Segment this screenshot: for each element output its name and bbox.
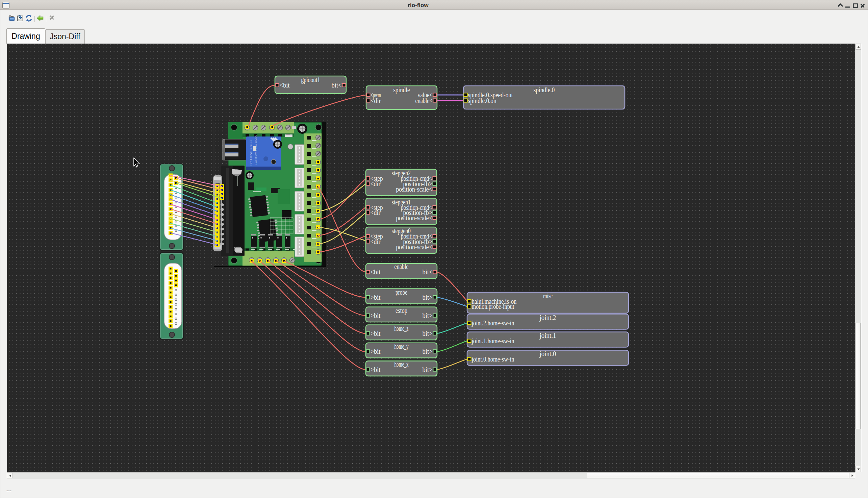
- svg-text:spindle.0.on: spindle.0.on: [468, 96, 496, 105]
- svg-text:position-scale<: position-scale<: [396, 243, 432, 251]
- svg-text:<dir: <dir: [371, 180, 381, 188]
- svg-text:bit<: bit<: [423, 267, 433, 276]
- svg-text:enable: enable: [395, 262, 409, 271]
- svg-text:home_z: home_z: [395, 324, 409, 332]
- svg-text:joint.0.home-sw-in: joint.0.home-sw-in: [471, 355, 515, 363]
- svg-text:joint.2.home-sw-in: joint.2.home-sw-in: [471, 318, 515, 327]
- svg-text:<bit: <bit: [280, 81, 290, 89]
- svg-text:<dir: <dir: [371, 208, 381, 217]
- svg-text:spindle: spindle: [393, 86, 410, 94]
- svg-text:position-scale<: position-scale<: [396, 185, 432, 193]
- svg-text:>bit: >bit: [371, 365, 380, 374]
- svg-text:home_x: home_x: [395, 360, 409, 368]
- svg-text:joint.0: joint.0: [539, 349, 556, 358]
- svg-text:SRD-05VDC-SL-C: SRD-05VDC-SL-C: [249, 140, 253, 166]
- svg-text:<dir: <dir: [371, 96, 381, 105]
- svg-text:<dir: <dir: [371, 237, 381, 246]
- svg-text:bit>: bit>: [423, 365, 433, 374]
- svg-text:bit>: bit>: [423, 329, 433, 338]
- svg-text:bit>: bit>: [423, 293, 433, 301]
- svg-text:position-scale<: position-scale<: [396, 213, 432, 222]
- svg-text:>bit: >bit: [371, 329, 380, 338]
- svg-text:>bit: >bit: [371, 311, 380, 319]
- svg-text:spindle.0: spindle.0: [534, 86, 555, 94]
- svg-text:joint.1: joint.1: [539, 331, 556, 340]
- svg-text:bit>: bit>: [423, 347, 433, 355]
- svg-text:>bit: >bit: [371, 347, 380, 355]
- svg-text:motion.probe-input: motion.probe-input: [472, 302, 515, 311]
- svg-text:home_y: home_y: [395, 342, 409, 350]
- svg-text:probe: probe: [396, 288, 407, 296]
- svg-text:bit>: bit>: [423, 311, 433, 319]
- svg-text:>bit: >bit: [371, 293, 380, 301]
- svg-text:estop: estop: [396, 306, 407, 315]
- svg-text:gpioout1: gpioout1: [301, 75, 320, 84]
- svg-text:<bit: <bit: [371, 267, 380, 276]
- svg-text:enable<: enable<: [415, 96, 433, 105]
- svg-text:bit<: bit<: [332, 81, 342, 89]
- svg-text:misc: misc: [543, 291, 552, 300]
- svg-text:joint.2: joint.2: [539, 313, 556, 322]
- svg-text:joint.1.home-sw-in: joint.1.home-sw-in: [471, 337, 515, 345]
